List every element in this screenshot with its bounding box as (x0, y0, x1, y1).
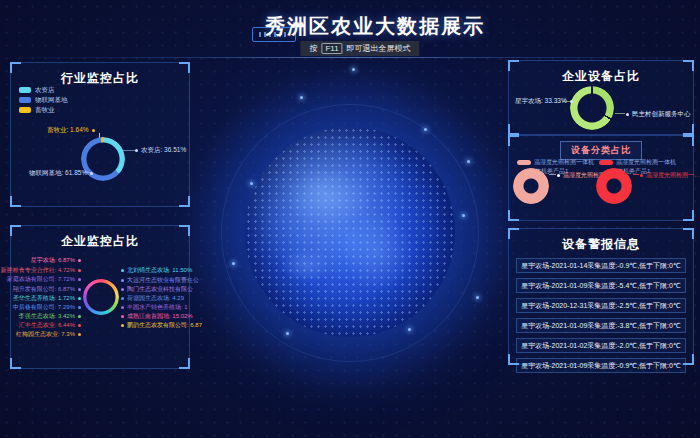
globe-dot-texture (245, 127, 455, 337)
panel-industry-ratio: 行业监控占比 农资店 物联网基地 畜牧业 畜牧业: 1.64% 农资店: 36.… (10, 62, 190, 207)
pie-callout: 丰园水产特色养殖场: 1 (121, 303, 188, 312)
panel-alarm-info: 设备警报信息 星宇农场-2021-01-14采集温度:-0.9℃,低于下限:0℃… (508, 228, 694, 365)
corner-accent (179, 358, 190, 369)
pie-callout: 鹏韵生态农发有限公司: 6.87 (121, 321, 202, 330)
corner-accent (508, 135, 519, 146)
particle-dot (476, 296, 479, 299)
legend-label: 温湿度光照检测一体机 (616, 158, 676, 167)
corner-accent (10, 358, 21, 369)
legend-item: 温湿度光照检测一体机 (599, 158, 676, 167)
particle-dot (286, 332, 289, 335)
legend-label: 物联网基地 (35, 96, 68, 105)
pie-callout: 李强生态农场: 3.42% (19, 312, 81, 321)
pie-callout: 星宇农场: 6.87% (31, 256, 81, 265)
pie-callout: 圣华生态养殖场: 1.72% (13, 294, 81, 303)
corner-accent (683, 135, 694, 146)
particle-dot (462, 214, 465, 217)
device-class-donut-left (513, 168, 549, 204)
pie-callout: 新塍粮食专业合作社: 4.72% (1, 266, 81, 275)
corner-accent (683, 124, 694, 135)
pie-callout: 民主村创新服务中心 (626, 110, 691, 119)
leader-line (123, 150, 136, 151)
pie-callout: 成熟江南首园地: 15.02% (121, 312, 193, 321)
legend-item: 温湿度光照检测一体机 (517, 158, 594, 167)
corner-accent (10, 225, 21, 236)
f11-key-badge: F11 (321, 43, 342, 54)
corner-accent (508, 210, 519, 221)
device-ratio-donut-chart (570, 86, 614, 130)
industry-legend: 农资店 物联网基地 畜牧业 (19, 85, 68, 115)
legend-label: 农资店 (35, 86, 55, 95)
leader-line (562, 101, 570, 102)
legend-item: 农资店 (19, 85, 68, 95)
particle-dot (424, 128, 427, 131)
corner-accent (179, 225, 190, 236)
alarm-row: 星宇农场-2021-01-09采集温度:-5.4℃,低于下限:0℃ (516, 278, 686, 293)
pie-callout: 中后巷有限公司: 7.29% (13, 303, 81, 312)
panel-device-ratio: 企业设备占比 星宇农场: 33.33% 民主村创新服务中心 (508, 60, 694, 135)
particle-dot (408, 328, 411, 331)
pie-callout: 大运河生态牧业有限责任公 (121, 276, 199, 285)
pie-callout: 荷塘园生态农场: 4.29 (121, 294, 184, 303)
legend-swatch (599, 160, 613, 165)
legend-label: 畜牧业 (35, 106, 55, 115)
panel-enterprise-ratio: 企业监控占比 星宇农场: 6.87% 新塍粮食专业合作社: 4.72% 家庭农场… (10, 225, 190, 369)
panel-title: 设备警报信息 (509, 229, 693, 253)
fullscreen-hint: 按 F11 即可退出全屏模式 (300, 41, 419, 56)
panel-device-class: 设备分类占比 温湿度光照检测一体机 一体机类产品1 温湿度光照检测一… 温湿度光… (508, 135, 694, 221)
pie-callout: 翔升发有限公司: 6.87% (13, 285, 81, 294)
pie-callout: 温湿度光照检测一… (640, 171, 700, 180)
pie-callout: 汇丰生态农业: 6.44% (19, 321, 81, 330)
corner-accent (683, 210, 694, 221)
pie-callout: 家庭农场有限公司: 7.72% (7, 275, 81, 284)
legend-swatch (19, 107, 31, 113)
leader-line (99, 133, 100, 138)
corner-accent (10, 62, 21, 73)
enterprise-donut-chart (83, 279, 119, 315)
corner-accent (683, 60, 694, 71)
pie-callout: 物联网基地: 61.85% (29, 169, 93, 178)
leader-line (615, 113, 625, 114)
alarm-list: 星宇农场-2021-01-14采集温度:-0.9℃,低于下限:0℃ 星宇农场-2… (509, 258, 693, 373)
alarm-row: 星宇农场-2020-12-31采集温度:-2.5℃,低于下限:0℃ (516, 298, 686, 313)
legend-swatch (19, 87, 31, 93)
particle-dot (250, 182, 253, 185)
alarm-row: 星宇农场-2021-01-14采集温度:-0.9℃,低于下限:0℃ (516, 258, 686, 273)
header-divider (0, 57, 700, 58)
pie-callout: 北刘锦生态农场: 11.50% (121, 266, 192, 275)
alarm-row: 星宇农场-2021-01-09采集温度:-3.8℃,低于下限:0℃ (516, 318, 686, 333)
leader-line (633, 174, 639, 175)
corner-accent (508, 354, 519, 365)
corner-accent (508, 124, 519, 135)
legend-item: 物联网基地 (19, 95, 68, 105)
hint-prefix: 按 (309, 43, 317, 54)
alarm-row: 星宇农场-2021-01-09采集温度:-0.9℃,低于下限:0℃ (516, 358, 686, 373)
globe (245, 127, 455, 337)
corner-accent (508, 228, 519, 239)
legend-item: 畜牧业 (19, 105, 68, 115)
device-class-donut-right (596, 168, 632, 204)
page-title: 秀洲区农业大数据展示 (265, 13, 485, 40)
legend-label: 温湿度光照检测一体机 (534, 158, 594, 167)
pie-callout: 农资店: 36.51% (135, 146, 186, 155)
leader-line (83, 172, 91, 173)
corner-accent (683, 354, 694, 365)
panel-title: 企业设备占比 (509, 61, 693, 85)
corner-accent (508, 60, 519, 71)
pie-callout: 陶门生态农业科技有限公 (121, 285, 193, 294)
legend-swatch (19, 97, 31, 103)
particle-dot (352, 68, 355, 71)
corner-accent (179, 196, 190, 207)
panel-title: 行业监控占比 (11, 63, 189, 87)
legend-swatch (517, 160, 531, 165)
pie-callout: 红梅园生态农业: 7.3% (16, 330, 81, 339)
panel-title: 企业监控占比 (11, 226, 189, 250)
pie-callout: 畜牧业: 1.64% (47, 126, 95, 135)
particle-dot (300, 96, 303, 99)
corner-accent (10, 196, 21, 207)
corner-accent (179, 62, 190, 73)
corner-accent (683, 228, 694, 239)
particle-dot (232, 262, 235, 265)
particle-dot (467, 160, 470, 163)
hint-suffix: 即可退出全屏模式 (347, 43, 411, 54)
